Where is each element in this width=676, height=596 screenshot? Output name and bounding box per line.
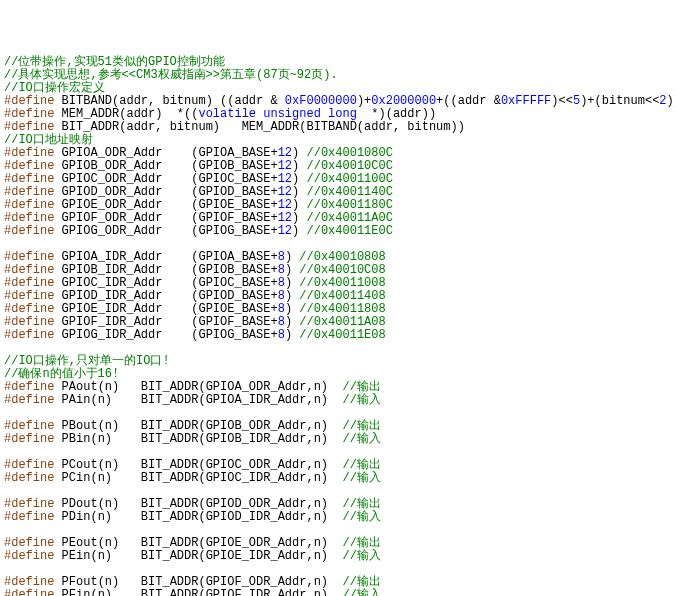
code-token-identifier: GPIOD_IDR_Addr (GPIOD_BASE+ (54, 289, 277, 303)
code-token-identifier: GPIOG_IDR_Addr (GPIOG_BASE+ (54, 328, 277, 342)
code-token-identifier: GPIOG_ODR_Addr (GPIOG_BASE+ (54, 224, 277, 238)
code-token-keyword: #define (4, 224, 54, 238)
code-token-comment: //位带操作,实现51类似的GPIO控制功能 (4, 55, 225, 69)
code-token-identifier: PAout(n) BIT_ADDR(GPIOA_ODR_Addr,n) (54, 380, 342, 394)
code-token-comment: //输入 (342, 549, 380, 563)
code-token-comment: //0x40011A08 (299, 315, 385, 329)
code-token-identifier: ) (292, 159, 306, 173)
code-token-keyword: #define (4, 497, 54, 511)
code-token-identifier: GPIOD_ODR_Addr (GPIOD_BASE+ (54, 185, 277, 199)
code-token-keyword: #define (4, 263, 54, 277)
code-token-number: 12 (278, 159, 292, 173)
code-token-number: 8 (278, 263, 285, 277)
code-line[interactable]: #define BIT_ADDR(addr, bitnum) MEM_ADDR(… (4, 121, 672, 134)
code-token-comment: //确保n的值小于16! (4, 367, 119, 381)
code-token-comment: //0x40010808 (299, 250, 385, 264)
code-token-identifier: +((addr & (436, 94, 501, 108)
code-token-keyword: #define (4, 315, 54, 329)
code-token-keyword: #define (4, 302, 54, 316)
code-token-comment: //输入 (342, 393, 380, 407)
code-token-comment: //0x40010C0C (306, 159, 392, 173)
code-token-comment: //0x4001080C (306, 146, 392, 160)
code-token-number: 12 (278, 198, 292, 212)
code-token-comment: //0x4001140C (306, 185, 392, 199)
code-line[interactable]: #define PDin(n) BIT_ADDR(GPIOD_IDR_Addr,… (4, 511, 672, 524)
code-token-comment: //0x40011008 (299, 276, 385, 290)
code-token-comment: //IO口操作宏定义 (4, 81, 105, 95)
code-editor-content[interactable]: //位带操作,实现51类似的GPIO控制功能//具体实现思想,参考<<CM3权威… (4, 56, 672, 596)
code-token-comment: //输出 (342, 536, 380, 550)
code-token-number: 8 (278, 276, 285, 290)
code-token-comment: //输出 (342, 497, 380, 511)
code-token-keyword: #define (4, 419, 54, 433)
code-token-number: 8 (278, 250, 285, 264)
code-token-keyword: #define (4, 120, 54, 134)
code-token-identifier: GPIOE_ODR_Addr (GPIOE_BASE+ (54, 198, 277, 212)
code-token-identifier: )) (667, 94, 676, 108)
code-line[interactable]: #define PCin(n) BIT_ADDR(GPIOC_IDR_Addr,… (4, 472, 672, 485)
code-token-keyword: #define (4, 250, 54, 264)
code-token-identifier: )+(bitnum<< (580, 94, 659, 108)
code-token-identifier: BITBAND(addr, bitnum) ((addr & (54, 94, 284, 108)
code-token-identifier: ) (285, 289, 299, 303)
code-token-identifier: ) (285, 263, 299, 277)
code-token-identifier: PCin(n) BIT_ADDR(GPIOC_IDR_Addr,n) (54, 471, 342, 485)
code-token-comment: //0x40011E0C (306, 224, 392, 238)
code-token-number: 12 (278, 211, 292, 225)
code-token-identifier: ) (285, 276, 299, 290)
code-token-number: 12 (278, 172, 292, 186)
code-token-keyword: #define (4, 510, 54, 524)
code-token-number: 2 (659, 94, 666, 108)
code-token-identifier: ) (285, 328, 299, 342)
code-token-keyword: #define (4, 549, 54, 563)
code-token-identifier: ) (292, 172, 306, 186)
code-token-identifier: GPIOB_ODR_Addr (GPIOB_BASE+ (54, 159, 277, 173)
code-token-keyword: #define (4, 536, 54, 550)
code-token-identifier: ) (292, 211, 306, 225)
code-token-comment: //具体实现思想,参考<<CM3权威指南>>第五章(87页~92页). (4, 68, 338, 82)
code-token-keyword: #define (4, 393, 54, 407)
code-token-identifier: ) (285, 250, 299, 264)
code-token-keyword: #define (4, 146, 54, 160)
code-line[interactable]: #define PFin(n) BIT_ADDR(GPIOF_IDR_Addr,… (4, 589, 672, 596)
code-token-keyword: #define (4, 276, 54, 290)
code-line[interactable]: #define GPIOG_ODR_Addr (GPIOG_BASE+12) /… (4, 225, 672, 238)
code-token-identifier: ) (292, 224, 306, 238)
code-token-identifier: GPIOA_IDR_Addr (GPIOA_BASE+ (54, 250, 277, 264)
code-token-identifier: ) (292, 198, 306, 212)
code-token-identifier: ) (292, 146, 306, 160)
code-token-identifier: GPIOB_IDR_Addr (GPIOB_BASE+ (54, 263, 277, 277)
code-token-keyword: #define (4, 94, 54, 108)
code-token-identifier: PFin(n) BIT_ADDR(GPIOF_IDR_Addr,n) (54, 588, 342, 596)
code-line[interactable]: #define PBin(n) BIT_ADDR(GPIOB_IDR_Addr,… (4, 433, 672, 446)
code-token-keyword: #define (4, 380, 54, 394)
code-token-comment: //输出 (342, 380, 380, 394)
code-token-number: 0xF0000000 (285, 94, 357, 108)
code-token-identifier: PEin(n) BIT_ADDR(GPIOE_IDR_Addr,n) (54, 549, 342, 563)
code-line[interactable]: #define PEin(n) BIT_ADDR(GPIOE_IDR_Addr,… (4, 550, 672, 563)
code-token-identifier: PAin(n) BIT_ADDR(GPIOA_IDR_Addr,n) (54, 393, 342, 407)
code-token-identifier: PBin(n) BIT_ADDR(GPIOB_IDR_Addr,n) (54, 432, 342, 446)
code-token-comment: //输出 (342, 419, 380, 433)
code-token-identifier: GPIOA_ODR_Addr (GPIOA_BASE+ (54, 146, 277, 160)
code-token-number: 8 (278, 302, 285, 316)
code-token-identifier: ) (292, 185, 306, 199)
code-token-comment: //输入 (342, 432, 380, 446)
code-token-identifier: ) (285, 302, 299, 316)
code-token-identifier: GPIOF_IDR_Addr (GPIOF_BASE+ (54, 315, 277, 329)
code-token-keyword: #define (4, 172, 54, 186)
code-token-number: 8 (278, 289, 285, 303)
code-token-identifier: MEM_ADDR(addr) *(( (54, 107, 198, 121)
code-token-keyword: #define (4, 159, 54, 173)
code-token-identifier: )<< (551, 94, 573, 108)
code-token-keyword: #define (4, 198, 54, 212)
code-line[interactable]: #define PAin(n) BIT_ADDR(GPIOA_IDR_Addr,… (4, 394, 672, 407)
code-token-identifier: PCout(n) BIT_ADDR(GPIOC_ODR_Addr,n) (54, 458, 342, 472)
code-token-number: 8 (278, 328, 285, 342)
code-line[interactable]: #define GPIOG_IDR_Addr (GPIOG_BASE+8) //… (4, 329, 672, 342)
code-token-keyword: #define (4, 211, 54, 225)
code-token-comment: //0x40011408 (299, 289, 385, 303)
code-token-identifier: *)(addr)) (357, 107, 436, 121)
code-token-comment: //0x4001100C (306, 172, 392, 186)
code-token-type: volatile unsigned long (198, 107, 356, 121)
